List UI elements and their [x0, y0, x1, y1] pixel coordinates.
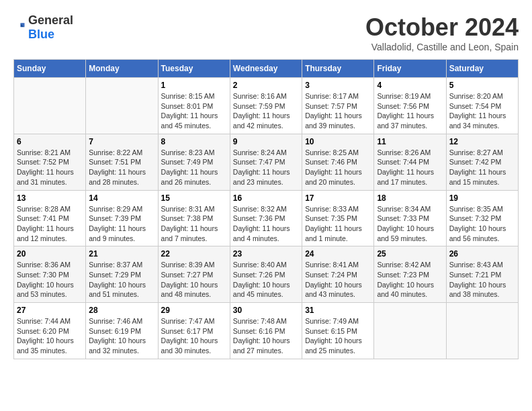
calendar-cell: 24Sunrise: 8:41 AMSunset: 7:24 PMDayligh… — [302, 246, 374, 303]
col-saturday: Saturday — [446, 60, 518, 78]
calendar-cell: 28Sunrise: 7:46 AMSunset: 6:19 PMDayligh… — [86, 303, 158, 359]
day-number: 19 — [449, 193, 515, 203]
day-number: 10 — [305, 137, 371, 146]
day-number: 21 — [89, 249, 154, 259]
day-number: 29 — [161, 306, 227, 315]
calendar-cell: 21Sunrise: 8:37 AMSunset: 7:29 PMDayligh… — [86, 246, 158, 303]
day-info: Sunrise: 8:28 AMSunset: 7:41 PMDaylight:… — [17, 204, 83, 244]
logo-text: General Blue — [28, 13, 73, 42]
calendar-week-5: 27Sunrise: 7:44 AMSunset: 6:20 PMDayligh… — [14, 303, 519, 359]
day-info: Sunrise: 8:23 AMSunset: 7:49 PMDaylight:… — [161, 148, 227, 187]
calendar-cell — [374, 303, 446, 359]
day-number: 12 — [449, 137, 515, 146]
day-info: Sunrise: 8:15 AMSunset: 8:01 PMDaylight:… — [161, 91, 227, 131]
day-info: Sunrise: 8:35 AMSunset: 7:32 PMDaylight:… — [449, 204, 515, 244]
day-info: Sunrise: 8:22 AMSunset: 7:51 PMDaylight:… — [89, 148, 154, 187]
day-info: Sunrise: 7:47 AMSunset: 6:17 PMDaylight:… — [161, 316, 227, 356]
calendar-cell — [14, 78, 86, 134]
col-friday: Friday — [374, 60, 446, 78]
calendar-cell: 18Sunrise: 8:34 AMSunset: 7:33 PMDayligh… — [374, 190, 446, 246]
month-title: October 2024 — [365, 13, 519, 42]
day-info: Sunrise: 8:27 AMSunset: 7:42 PMDaylight:… — [449, 148, 515, 187]
calendar-cell: 29Sunrise: 7:47 AMSunset: 6:17 PMDayligh… — [158, 303, 230, 359]
calendar-header-row: Sunday Monday Tuesday Wednesday Thursday… — [14, 60, 519, 78]
calendar-cell: 12Sunrise: 8:27 AMSunset: 7:42 PMDayligh… — [446, 134, 518, 190]
calendar-cell: 25Sunrise: 8:42 AMSunset: 7:23 PMDayligh… — [374, 246, 446, 303]
day-number: 16 — [233, 193, 299, 203]
day-info: Sunrise: 8:39 AMSunset: 7:27 PMDaylight:… — [161, 260, 227, 300]
day-info: Sunrise: 8:29 AMSunset: 7:39 PMDaylight:… — [89, 204, 154, 244]
calendar-cell: 31Sunrise: 7:49 AMSunset: 6:15 PMDayligh… — [302, 303, 374, 359]
day-info: Sunrise: 8:41 AMSunset: 7:24 PMDaylight:… — [305, 260, 371, 300]
calendar-cell: 5Sunrise: 8:20 AMSunset: 7:54 PMDaylight… — [446, 78, 518, 134]
day-info: Sunrise: 8:42 AMSunset: 7:23 PMDaylight:… — [377, 260, 443, 300]
day-number: 18 — [377, 193, 443, 203]
calendar-cell: 2Sunrise: 8:16 AMSunset: 7:59 PMDaylight… — [230, 78, 302, 134]
calendar-cell: 10Sunrise: 8:25 AMSunset: 7:46 PMDayligh… — [302, 134, 374, 190]
calendar-cell: 26Sunrise: 8:43 AMSunset: 7:21 PMDayligh… — [446, 246, 518, 303]
col-wednesday: Wednesday — [230, 60, 302, 78]
day-info: Sunrise: 8:25 AMSunset: 7:46 PMDaylight:… — [305, 148, 371, 187]
day-number: 2 — [233, 81, 299, 90]
calendar-cell: 15Sunrise: 8:31 AMSunset: 7:38 PMDayligh… — [158, 190, 230, 246]
col-sunday: Sunday — [14, 60, 86, 78]
day-number: 30 — [233, 306, 299, 315]
day-number: 8 — [161, 137, 227, 146]
logo-blue: Blue — [28, 28, 54, 41]
calendar-cell: 20Sunrise: 8:36 AMSunset: 7:30 PMDayligh… — [14, 246, 86, 303]
calendar-week-4: 20Sunrise: 8:36 AMSunset: 7:30 PMDayligh… — [14, 246, 519, 303]
calendar-cell: 7Sunrise: 8:22 AMSunset: 7:51 PMDaylight… — [86, 134, 158, 190]
col-monday: Monday — [86, 60, 158, 78]
day-info: Sunrise: 8:17 AMSunset: 7:57 PMDaylight:… — [305, 91, 371, 131]
day-info: Sunrise: 8:33 AMSunset: 7:35 PMDaylight:… — [305, 204, 371, 244]
calendar-table: Sunday Monday Tuesday Wednesday Thursday… — [13, 59, 519, 359]
day-number: 27 — [17, 306, 83, 315]
day-info: Sunrise: 7:46 AMSunset: 6:19 PMDaylight:… — [89, 316, 154, 356]
calendar-cell: 19Sunrise: 8:35 AMSunset: 7:32 PMDayligh… — [446, 190, 518, 246]
day-info: Sunrise: 8:26 AMSunset: 7:44 PMDaylight:… — [377, 148, 443, 187]
day-info: Sunrise: 8:40 AMSunset: 7:26 PMDaylight:… — [233, 260, 299, 300]
location-subtitle: Valladolid, Castille and Leon, Spain — [365, 42, 519, 52]
day-info: Sunrise: 8:37 AMSunset: 7:29 PMDaylight:… — [89, 260, 154, 300]
logo-general: General — [28, 13, 73, 27]
calendar-cell: 4Sunrise: 8:19 AMSunset: 7:56 PMDaylight… — [374, 78, 446, 134]
day-number: 9 — [233, 137, 299, 146]
day-number: 6 — [17, 137, 83, 146]
day-number: 11 — [377, 137, 443, 146]
page-header: General Blue October 2024 Valladolid, Ca… — [13, 13, 519, 52]
calendar-cell: 17Sunrise: 8:33 AMSunset: 7:35 PMDayligh… — [302, 190, 374, 246]
calendar-cell: 11Sunrise: 8:26 AMSunset: 7:44 PMDayligh… — [374, 134, 446, 190]
day-number: 26 — [449, 249, 515, 259]
calendar-cell: 9Sunrise: 8:24 AMSunset: 7:47 PMDaylight… — [230, 134, 302, 190]
calendar-cell: 30Sunrise: 7:48 AMSunset: 6:16 PMDayligh… — [230, 303, 302, 359]
day-number: 5 — [449, 81, 515, 90]
calendar-cell: 3Sunrise: 8:17 AMSunset: 7:57 PMDaylight… — [302, 78, 374, 134]
day-number: 31 — [305, 306, 371, 315]
day-info: Sunrise: 8:21 AMSunset: 7:52 PMDaylight:… — [17, 148, 83, 187]
calendar-cell: 23Sunrise: 8:40 AMSunset: 7:26 PMDayligh… — [230, 246, 302, 303]
day-number: 24 — [305, 249, 371, 259]
day-info: Sunrise: 8:24 AMSunset: 7:47 PMDaylight:… — [233, 148, 299, 187]
day-number: 17 — [305, 193, 371, 203]
day-number: 20 — [17, 249, 83, 259]
calendar-cell: 16Sunrise: 8:32 AMSunset: 7:36 PMDayligh… — [230, 190, 302, 246]
calendar-cell: 27Sunrise: 7:44 AMSunset: 6:20 PMDayligh… — [14, 303, 86, 359]
logo: General Blue — [13, 13, 73, 42]
day-info: Sunrise: 8:16 AMSunset: 7:59 PMDaylight:… — [233, 91, 299, 131]
day-number: 13 — [17, 193, 83, 203]
day-info: Sunrise: 7:48 AMSunset: 6:16 PMDaylight:… — [233, 316, 299, 356]
calendar-week-3: 13Sunrise: 8:28 AMSunset: 7:41 PMDayligh… — [14, 190, 519, 246]
day-number: 25 — [377, 249, 443, 259]
day-info: Sunrise: 8:20 AMSunset: 7:54 PMDaylight:… — [449, 91, 515, 131]
day-info: Sunrise: 8:32 AMSunset: 7:36 PMDaylight:… — [233, 204, 299, 244]
calendar-cell: 1Sunrise: 8:15 AMSunset: 8:01 PMDaylight… — [158, 78, 230, 134]
title-area: October 2024 Valladolid, Castille and Le… — [365, 13, 519, 52]
calendar-cell — [446, 303, 518, 359]
calendar-week-2: 6Sunrise: 8:21 AMSunset: 7:52 PMDaylight… — [14, 134, 519, 190]
day-number: 15 — [161, 193, 227, 203]
calendar-cell — [86, 78, 158, 134]
day-number: 1 — [161, 81, 227, 90]
col-tuesday: Tuesday — [158, 60, 230, 78]
calendar-cell: 6Sunrise: 8:21 AMSunset: 7:52 PMDaylight… — [14, 134, 86, 190]
calendar-cell: 14Sunrise: 8:29 AMSunset: 7:39 PMDayligh… — [86, 190, 158, 246]
